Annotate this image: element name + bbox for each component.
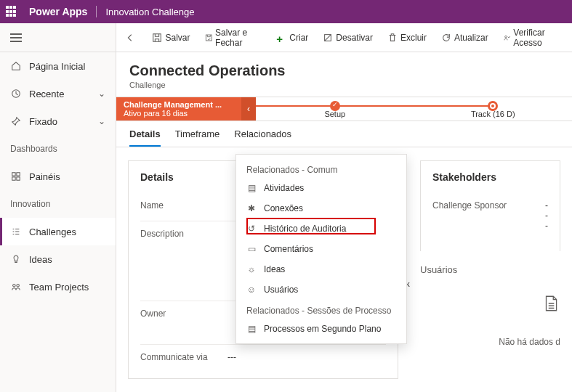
- sidebar-item-label: Painéis: [29, 171, 60, 182]
- page-header: Connected Operations Challenge: [116, 52, 572, 97]
- dashboard-icon: [10, 171, 22, 182]
- sidebar-item-dashboards[interactable]: Painéis: [0, 163, 116, 190]
- tab-related[interactable]: Relacionados: [234, 128, 291, 147]
- sidebar-item-ideas[interactable]: Ideas: [0, 245, 116, 273]
- cmd-save-close[interactable]: Salvar e Fechar: [199, 28, 268, 48]
- svg-rect-7: [153, 33, 161, 41]
- cmd-new[interactable]: + Criar: [270, 28, 314, 48]
- stage-done-icon: [330, 101, 340, 111]
- process-current-stage[interactable]: Challenge Management ... Ativo para 16 d…: [116, 97, 241, 121]
- users-header: Usuários: [420, 264, 560, 275]
- connection-icon: ✱: [246, 203, 257, 213]
- tab-details[interactable]: Details: [129, 128, 161, 147]
- menu-item-audit-history[interactable]: ↺Histórico de Auditoria: [236, 219, 406, 239]
- idea-icon: ☼: [246, 264, 257, 274]
- app-name: Innovation Challenge: [105, 7, 194, 17]
- left-sidebar: Página Inicial Recente ⌄ Fixado ⌄ Dashbo…: [0, 23, 116, 392]
- sidebar-item-team-projects[interactable]: Team Projects: [0, 273, 116, 301]
- svg-rect-3: [12, 177, 15, 180]
- product-name: Power Apps: [29, 6, 87, 17]
- page-title: Connected Operations: [129, 62, 559, 79]
- back-button[interactable]: [122, 28, 137, 48]
- sidebar-item-label: Recente: [29, 89, 64, 99]
- sidebar-item-label: Fixado: [29, 116, 57, 127]
- sidebar-item-pinned[interactable]: Fixado ⌄: [0, 107, 116, 135]
- svg-point-6: [17, 285, 20, 287]
- user-icon: ☺: [246, 285, 257, 295]
- sidebar-item-label: Página Inicial: [29, 61, 85, 72]
- app-launcher-icon[interactable]: [6, 6, 17, 17]
- stage-track[interactable]: Track (16 D): [414, 97, 573, 121]
- process-stage-bar: Challenge Management ... Ativo para 16 d…: [116, 97, 572, 121]
- stage-setup[interactable]: Setup: [256, 97, 414, 121]
- sidebar-group-dashboards: Dashboards: [0, 135, 116, 163]
- sidebar-item-recent[interactable]: Recente ⌄: [0, 80, 116, 107]
- list-icon: [10, 226, 22, 237]
- chevron-down-icon: ⌄: [98, 116, 105, 126]
- svg-point-5: [13, 285, 16, 287]
- sidebar-toggle[interactable]: [0, 23, 116, 52]
- cmd-save[interactable]: Salvar: [146, 28, 196, 48]
- menu-item-users[interactable]: ☺Usuários: [236, 279, 406, 300]
- related-dropdown: Relacionados - Comum ▤Atividades ✱Conexõ…: [235, 154, 407, 344]
- page-subtitle: Challenge: [129, 81, 559, 89]
- comment-icon: ▭: [246, 244, 257, 254]
- menu-section-process: Relacionados - Sessões de Processo: [236, 300, 406, 319]
- menu-item-ideas[interactable]: ☼Ideas: [236, 259, 406, 279]
- sidebar-item-challenges[interactable]: Challenges: [0, 218, 116, 245]
- process-icon: ▤: [246, 324, 257, 334]
- field-communicate[interactable]: Communicate via ---: [140, 344, 386, 372]
- menu-item-comments[interactable]: ▭Comentários: [236, 239, 406, 259]
- no-data-text: Não há dados d: [420, 337, 560, 347]
- process-collapse-button[interactable]: ‹: [241, 97, 256, 121]
- stakeholders-panel: Stakeholders Challenge Sponsor --- Usuár…: [420, 160, 560, 379]
- activity-icon: ▤: [246, 183, 257, 193]
- team-icon: [10, 281, 22, 293]
- home-icon: [10, 60, 22, 72]
- cmd-refresh[interactable]: Atualizar: [435, 28, 494, 48]
- svg-point-10: [504, 36, 507, 38]
- svg-rect-4: [17, 177, 20, 180]
- tab-timeframe[interactable]: Timeframe: [175, 128, 220, 147]
- menu-item-background-processes[interactable]: ▤Processos em Segundo Plano: [236, 319, 406, 339]
- command-bar: Salvar Salvar e Fechar + Criar Desativar…: [116, 23, 572, 52]
- field-sponsor[interactable]: Challenge Sponsor ---: [432, 193, 548, 241]
- lightbulb-icon: [10, 253, 22, 265]
- sidebar-group-innovation: Innovation: [0, 190, 116, 218]
- sidebar-item-label: Challenges: [29, 226, 76, 237]
- menu-item-connections[interactable]: ✱Conexões: [236, 198, 406, 219]
- sidebar-item-label: Team Projects: [29, 282, 89, 293]
- sidebar-item-home[interactable]: Página Inicial: [0, 52, 116, 80]
- chevron-down-icon: ⌄: [98, 89, 105, 99]
- pin-icon: [10, 115, 22, 127]
- document-icon: [541, 294, 560, 313]
- clock-icon: [10, 88, 22, 99]
- stage-active-icon: [488, 101, 498, 111]
- menu-section-common: Relacionados - Comum: [236, 159, 406, 178]
- stakeholders-header: Stakeholders: [432, 171, 548, 183]
- global-top-bar: Power Apps Innovation Challenge: [0, 0, 572, 23]
- svg-rect-2: [17, 173, 20, 176]
- sidebar-item-label: Ideas: [29, 254, 52, 265]
- tabs: Details Timeframe Relacionados: [116, 121, 572, 147]
- plus-icon: +: [276, 33, 286, 43]
- cmd-check-access[interactable]: Verificar Acesso: [497, 28, 566, 48]
- topbar-divider: [96, 6, 97, 17]
- history-icon: ↺: [246, 224, 257, 234]
- menu-item-activities[interactable]: ▤Atividades: [236, 178, 406, 198]
- cmd-delete[interactable]: Excluir: [382, 28, 432, 48]
- cmd-deactivate[interactable]: Desativar: [317, 28, 379, 48]
- svg-rect-1: [12, 173, 15, 176]
